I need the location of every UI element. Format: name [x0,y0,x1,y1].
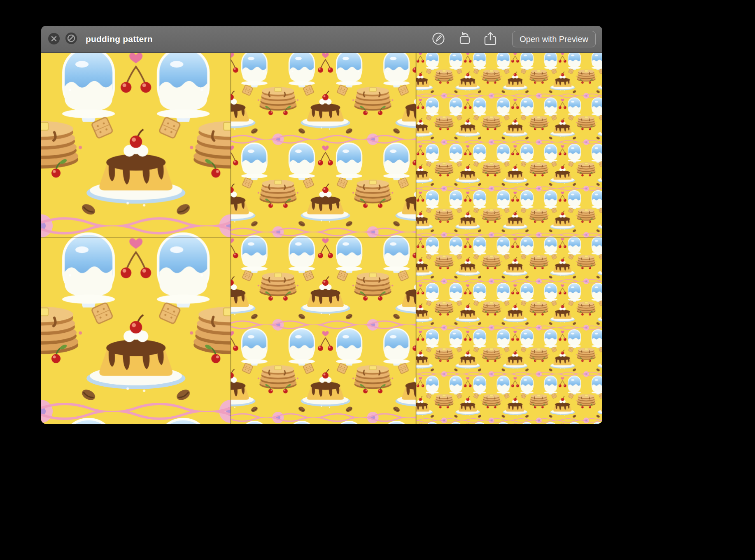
share-icon [484,31,496,47]
rotate-button[interactable] [458,32,472,47]
preview-image [41,53,602,424]
markup-button[interactable] [431,32,445,47]
prohibited-icon [65,32,77,46]
pattern-column-small [416,53,602,424]
desktop-background: pudding pattern [0,0,755,560]
rotate-icon [458,32,472,47]
pattern-column-large [41,53,231,424]
pattern-column-medium [231,53,416,424]
close-button[interactable] [48,33,60,46]
close-icon [48,33,60,46]
markup-pen-icon [431,32,445,47]
quicklook-window: pudding pattern [41,26,602,424]
window-title: pudding pattern [86,34,153,44]
titlebar-actions: Open with Preview [431,31,596,47]
pattern-preview-svg [41,53,602,424]
titlebar[interactable]: pudding pattern [41,26,602,53]
share-button[interactable] [484,31,496,47]
open-with-preview-button[interactable]: Open with Preview [512,31,596,47]
